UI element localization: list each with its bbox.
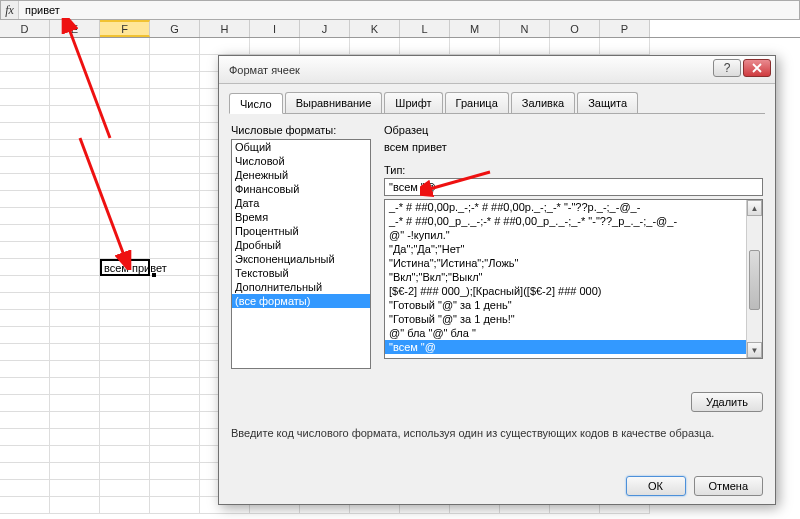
tab-alignment[interactable]: Выравнивание — [285, 92, 383, 113]
annotation-arrow-icon — [70, 130, 150, 270]
types-listbox[interactable]: _-* # ##0,00р._-;-* # ##0,00р._-;_-* "-"… — [384, 199, 763, 359]
category-item[interactable]: Денежный — [232, 168, 370, 182]
scrollbar[interactable]: ▲ ▼ — [746, 200, 762, 358]
svg-line-0 — [68, 26, 110, 138]
type-item[interactable]: _-* # ##0,00_р_._-;-* # ##0,00_р_._-;_-*… — [385, 214, 762, 228]
tab-protection[interactable]: Защита — [577, 92, 638, 113]
col-header[interactable]: G — [150, 20, 200, 37]
category-item[interactable]: Время — [232, 210, 370, 224]
category-item[interactable]: Экспоненциальный — [232, 252, 370, 266]
category-item[interactable]: Процентный — [232, 224, 370, 238]
svg-line-2 — [426, 172, 490, 190]
category-item[interactable]: Дополнительный — [232, 280, 370, 294]
col-header[interactable]: O — [550, 20, 600, 37]
type-item[interactable]: "Готовый "@" за 1 день!" — [385, 312, 762, 326]
tab-number[interactable]: Число — [229, 93, 283, 114]
col-header[interactable]: I — [250, 20, 300, 37]
svg-line-1 — [80, 138, 125, 258]
dialog-tabs: Число Выравнивание Шрифт Граница Заливка… — [229, 92, 765, 114]
col-header[interactable]: H — [200, 20, 250, 37]
column-headers: D E F G H I J K L M N O P — [0, 20, 800, 38]
close-icon — [752, 63, 762, 73]
col-header[interactable]: N — [500, 20, 550, 37]
hint-text: Введите код числового формата, используя… — [231, 426, 763, 440]
col-header[interactable]: P — [600, 20, 650, 37]
close-button[interactable] — [743, 59, 771, 77]
annotation-arrow-icon — [60, 18, 120, 148]
type-item[interactable]: _-* # ##0,00р._-;-* # ##0,00р._-;_-* "-"… — [385, 200, 762, 214]
col-header[interactable]: L — [400, 20, 450, 37]
col-header[interactable]: D — [0, 20, 50, 37]
tab-border[interactable]: Граница — [445, 92, 509, 113]
scroll-up-icon[interactable]: ▲ — [747, 200, 762, 216]
category-listbox[interactable]: Общий Числовой Денежный Финансовый Дата … — [231, 139, 371, 369]
type-item[interactable]: "Готовый "@" за 1 день" — [385, 298, 762, 312]
type-item[interactable]: "всем "@ — [385, 340, 762, 354]
help-button[interactable]: ? — [713, 59, 741, 77]
category-item[interactable]: Финансовый — [232, 182, 370, 196]
col-header[interactable]: J — [300, 20, 350, 37]
formula-input[interactable]: привет — [19, 4, 799, 16]
category-item[interactable]: Дата — [232, 196, 370, 210]
scroll-thumb[interactable] — [749, 250, 760, 310]
type-item[interactable]: @" -!купил." — [385, 228, 762, 242]
category-item[interactable]: (все форматы) — [232, 294, 370, 308]
type-item[interactable]: "Да";"Да";"Нет" — [385, 242, 762, 256]
type-item[interactable]: @" бла "@" бла " — [385, 326, 762, 340]
tab-fill[interactable]: Заливка — [511, 92, 575, 113]
sample-value: всем привет — [384, 140, 763, 154]
type-item[interactable]: [$€-2] ### 000_);[Красный]([$€-2] ### 00… — [385, 284, 762, 298]
scroll-down-icon[interactable]: ▼ — [747, 342, 762, 358]
annotation-arrow-icon — [420, 168, 500, 198]
format-cells-dialog: Формат ячеек ? Число Выравнивание Шрифт … — [218, 55, 776, 505]
category-item[interactable]: Числовой — [232, 154, 370, 168]
delete-button[interactable]: Удалить — [691, 392, 763, 412]
col-header[interactable]: K — [350, 20, 400, 37]
tab-font[interactable]: Шрифт — [384, 92, 442, 113]
dialog-title: Формат ячеек — [229, 64, 300, 76]
sample-label: Образец — [384, 124, 763, 136]
col-header[interactable]: M — [450, 20, 500, 37]
ok-button[interactable]: ОК — [626, 476, 686, 496]
type-item[interactable]: "Истина";"Истина";"Ложь" — [385, 256, 762, 270]
formula-bar: fx привет — [0, 0, 800, 20]
type-item[interactable]: "Вкл";"Вкл";"Выкл" — [385, 270, 762, 284]
category-item[interactable]: Дробный — [232, 238, 370, 252]
dialog-titlebar[interactable]: Формат ячеек ? — [219, 56, 775, 84]
category-item[interactable]: Текстовый — [232, 266, 370, 280]
fx-icon[interactable]: fx — [1, 1, 19, 19]
cancel-button[interactable]: Отмена — [694, 476, 763, 496]
category-item[interactable]: Общий — [232, 140, 370, 154]
